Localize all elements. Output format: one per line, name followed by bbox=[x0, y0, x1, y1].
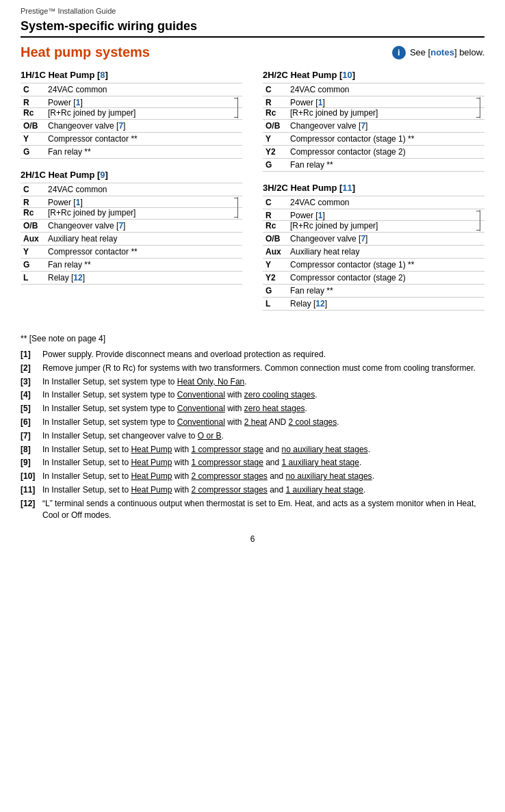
footnote-text: In Installer Setup, set to Heat Pump wit… bbox=[42, 457, 484, 469]
desc-l: Relay [12] bbox=[287, 298, 484, 311]
table-row: Y Compressor contactor ** bbox=[21, 133, 242, 146]
bracket-bottom bbox=[234, 97, 238, 118]
pump-1h1c-table: C 24VAC common R Power [1] Rc [R+Rc join… bbox=[21, 83, 242, 159]
label-r: R bbox=[263, 209, 287, 221]
desc-ob: Changeover valve [7] bbox=[45, 120, 242, 133]
label-ob: O/B bbox=[21, 220, 45, 233]
footnote-num: [7] bbox=[21, 430, 42, 442]
notes-text: See [notes] below. bbox=[410, 47, 484, 57]
label-r: R bbox=[21, 196, 45, 208]
footnote-num: [9] bbox=[21, 457, 42, 469]
footnote-text: In Installer Setup, set to Heat Pump wit… bbox=[42, 444, 484, 456]
table-row: R Power [1] bbox=[263, 96, 484, 108]
desc-y2: Compressor contactor (stage 2) bbox=[287, 146, 484, 159]
pump-2h1c-title: 2H/1C Heat Pump [9] bbox=[21, 170, 242, 180]
table-row: Aux Auxiliary heat relay bbox=[263, 246, 484, 259]
desc-c: 24VAC common bbox=[45, 83, 242, 96]
footnote-num: [6] bbox=[21, 417, 42, 428]
label-g: G bbox=[263, 159, 287, 172]
table-row: Y Compressor contactor (stage 1) ** bbox=[263, 133, 484, 146]
desc-rc: [R+Rc joined by jumper] bbox=[45, 208, 242, 220]
notes-section: ** [See note on page 4] [1]Power supply.… bbox=[21, 334, 484, 521]
desc-rc: [R+Rc joined by jumper] bbox=[287, 108, 484, 120]
table-row: Rc [R+Rc joined by jumper] bbox=[263, 108, 484, 120]
desc-y: Compressor contactor (stage 1) ** bbox=[287, 133, 484, 146]
label-c: C bbox=[263, 196, 287, 209]
notes-info: i See [notes] below. bbox=[392, 46, 484, 60]
label-rc: Rc bbox=[21, 108, 45, 120]
label-y2: Y2 bbox=[263, 146, 287, 159]
bracket-bottom bbox=[476, 97, 480, 118]
table-row: C 24VAC common bbox=[21, 183, 242, 196]
desc-g: Fan relay ** bbox=[287, 159, 484, 172]
desc-l: Relay [12] bbox=[45, 272, 242, 285]
footnote-text: In Installer Setup, set system type to H… bbox=[42, 376, 484, 388]
footnote-item: [3]In Installer Setup, set system type t… bbox=[21, 376, 484, 388]
info-icon: i bbox=[392, 46, 406, 60]
label-ob: O/B bbox=[263, 233, 287, 246]
bracket-bottom bbox=[234, 197, 238, 218]
footnote-num: [4] bbox=[21, 389, 42, 401]
notes-link[interactable]: notes bbox=[430, 47, 454, 57]
footnote-item: [7]In Installer Setup, set changeover va… bbox=[21, 430, 484, 442]
footnote-num: [1] bbox=[21, 349, 42, 361]
table-row: O/B Changeover valve [7] bbox=[263, 233, 484, 246]
table-row: Y Compressor contactor ** bbox=[21, 246, 242, 259]
pump-1h1c-num: 8 bbox=[100, 70, 105, 80]
desc-g: Fan relay ** bbox=[287, 285, 484, 298]
table-row: C 24VAC common bbox=[263, 196, 484, 209]
pump-2h2c-title: 2H/2C Heat Pump [10] bbox=[263, 70, 484, 80]
pump-3h2c-table: C 24VAC common R Power [1] Rc [R+Rc join… bbox=[263, 196, 484, 311]
label-g: G bbox=[21, 146, 45, 159]
desc-aux: Auxiliary heat relay bbox=[287, 246, 484, 259]
table-row: G Fan relay ** bbox=[21, 146, 242, 159]
label-g: G bbox=[21, 259, 45, 272]
desc-r: Power [1] bbox=[287, 96, 484, 108]
footnote-num: [8] bbox=[21, 444, 42, 456]
table-row: O/B Changeover valve [7] bbox=[263, 120, 484, 133]
desc-ob: Changeover valve [7] bbox=[287, 233, 484, 246]
footnote-text: In Installer Setup, set to Heat Pump wit… bbox=[42, 484, 484, 496]
table-row: G Fan relay ** bbox=[263, 159, 484, 172]
pump-3h2c-title: 3H/2C Heat Pump [11] bbox=[263, 183, 484, 193]
desc-g: Fan relay ** bbox=[45, 146, 242, 159]
table-row: O/B Changeover valve [7] bbox=[21, 120, 242, 133]
page-number: 6 bbox=[21, 534, 484, 544]
left-column: 1H/1C Heat Pump [8] C 24VAC common R Pow… bbox=[21, 70, 242, 322]
pump-2h2c-table: C 24VAC common R Power [1] Rc [R+Rc join… bbox=[263, 83, 484, 172]
table-row: R Power [1] bbox=[21, 196, 242, 208]
footnote-item: [8]In Installer Setup, set to Heat Pump … bbox=[21, 444, 484, 456]
footnote-item: [5]In Installer Setup, set system type t… bbox=[21, 403, 484, 415]
pump-3h2c-num: 11 bbox=[342, 183, 352, 193]
bracket-bottom bbox=[476, 210, 480, 231]
table-row: C 24VAC common bbox=[263, 83, 484, 96]
desc-c: 24VAC common bbox=[287, 83, 484, 96]
footnote-item: [11]In Installer Setup, set to Heat Pump… bbox=[21, 484, 484, 496]
heat-pump-header: Heat pump systems i See [notes] below. bbox=[21, 44, 484, 60]
desc-rc: [R+Rc joined by jumper] bbox=[287, 221, 484, 233]
footnotes-container: [1]Power supply. Provide disconnect mean… bbox=[21, 349, 484, 521]
desc-r: Power [1] bbox=[287, 209, 484, 221]
heat-pump-section-title: Heat pump systems bbox=[21, 44, 150, 60]
right-column: 2H/2C Heat Pump [10] C 24VAC common R Po… bbox=[263, 70, 484, 322]
label-y2: Y2 bbox=[263, 272, 287, 285]
footnote-text: “L” terminal sends a continuous output w… bbox=[42, 498, 484, 521]
pump-3h2c: 3H/2C Heat Pump [11] C 24VAC common R Po… bbox=[263, 183, 484, 311]
double-star-text: ** [See note on page 4] bbox=[21, 334, 105, 343]
pump-2h1c: 2H/1C Heat Pump [9] C 24VAC common R Pow… bbox=[21, 170, 242, 285]
label-rc: Rc bbox=[263, 221, 287, 233]
footnote-text: In Installer Setup, set to Heat Pump wit… bbox=[42, 471, 484, 482]
footnote-text: In Installer Setup, set system type to C… bbox=[42, 417, 484, 428]
label-rc: Rc bbox=[263, 108, 287, 120]
footnote-text: In Installer Setup, set system type to C… bbox=[42, 389, 484, 401]
label-c: C bbox=[21, 183, 45, 196]
footnote-item: [1]Power supply. Provide disconnect mean… bbox=[21, 349, 484, 361]
table-row: O/B Changeover valve [7] bbox=[21, 220, 242, 233]
pump-2h1c-table: C 24VAC common R Power [1] Rc [R+Rc join… bbox=[21, 183, 242, 285]
double-star-note: ** [See note on page 4] bbox=[21, 334, 484, 343]
desc-rc: [R+Rc joined by jumper] bbox=[45, 108, 242, 120]
label-aux: Aux bbox=[263, 246, 287, 259]
desc-g: Fan relay ** bbox=[45, 259, 242, 272]
label-ob: O/B bbox=[263, 120, 287, 133]
desc-aux: Auxiliary heat relay bbox=[45, 233, 242, 246]
